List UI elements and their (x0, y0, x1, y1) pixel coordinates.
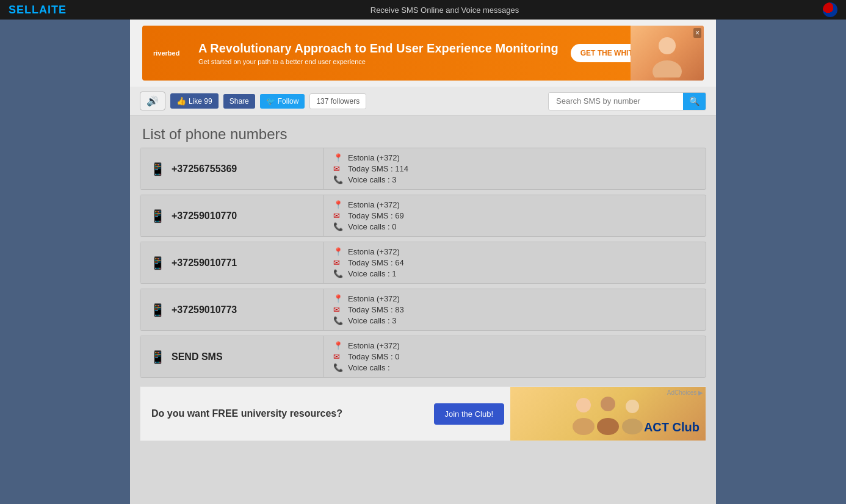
sound-button[interactable]: 🔊 (140, 92, 165, 110)
search-button[interactable]: 🔍 (683, 93, 706, 110)
phone-number-link-3[interactable]: 📱 +37259010771 (140, 242, 324, 283)
phone-icon-4: 📱 (150, 303, 165, 317)
svg-point-0 (659, 37, 676, 54)
sms-row-4: ✉ Today SMS : 83 (333, 305, 696, 314)
facebook-like-button[interactable]: 👍 Like 99 (170, 93, 219, 109)
phone-info-3: 📍 Estonia (+372) ✉ Today SMS : 64 📞 Voic… (324, 242, 706, 283)
send-sms-card: 📱 SEND SMS 📍 Estonia (+372) ✉ Today SMS … (140, 336, 706, 378)
send-sms-link[interactable]: 📱 SEND SMS (140, 336, 324, 377)
logo-accent: A (39, 4, 48, 16)
phone-card-2: 📱 +37259010770 📍 Estonia (+372) ✉ Today … (140, 195, 706, 237)
share-label: Share (230, 97, 249, 106)
send-location-icon: 📍 (333, 341, 343, 350)
act-brand-text: ACT Club (644, 420, 700, 434)
send-voice-count: Voice calls : (348, 363, 390, 372)
sms-row-3: ✉ Today SMS : 64 (333, 258, 696, 267)
sms-count-1: Today SMS : 114 (348, 164, 408, 173)
ad-bottom-brand: ACT Club (644, 420, 700, 434)
phone-icon-3: 📱 (150, 256, 165, 270)
like-thumb-icon: 👍 (176, 96, 186, 106)
ad-bottom-cta-label: Join the Club! (445, 409, 494, 419)
send-voice-icon: 📞 (333, 363, 343, 372)
svg-point-3 (573, 418, 595, 435)
followers-badge: 137 followers (309, 93, 366, 109)
svg-point-1 (653, 60, 682, 77)
country-text-4: Estonia (+372) (348, 294, 400, 303)
phone-icon-1: 📱 (150, 162, 165, 176)
twitter-follow-button[interactable]: 🐦 Follow (260, 94, 305, 109)
phone-number-link-1[interactable]: 📱 +37256755369 (140, 148, 324, 189)
phone-icon-2: 📱 (150, 209, 165, 223)
sms-icon-2: ✉ (333, 211, 343, 220)
page-title: List of phone numbers (142, 126, 704, 143)
sms-row-2: ✉ Today SMS : 69 (333, 211, 696, 220)
country-row-3: 📍 Estonia (+372) (333, 247, 696, 256)
ad-subline: Get started on your path to a better end… (198, 58, 559, 65)
voice-row-3: 📞 Voice calls : 1 (333, 269, 696, 278)
country-row-4: 📍 Estonia (+372) (333, 294, 696, 303)
svg-point-2 (576, 398, 591, 412)
phone-number-text-1: +37256755369 (172, 164, 237, 175)
ad-banner-bottom: AdChoices ▶ Do you want FREE university … (140, 386, 706, 441)
search-icon: 🔍 (689, 96, 700, 106)
ad-headline: A Revolutionary Approach to End User Exp… (198, 41, 559, 56)
topbar-tagline: Receive SMS Online and Voice messages (371, 5, 519, 15)
search-wrap: 🔍 (548, 92, 706, 110)
follow-label: Follow (278, 97, 299, 106)
phone-number-link-2[interactable]: 📱 +37259010770 (140, 195, 324, 236)
search-input[interactable] (549, 93, 683, 109)
send-sms-icon: 📱 (150, 350, 165, 364)
svg-point-7 (622, 419, 643, 434)
card-list: 📱 +37256755369 📍 Estonia (+372) ✉ Today … (130, 148, 716, 378)
voice-icon-1: 📞 (333, 175, 343, 184)
country-row-1: 📍 Estonia (+372) (333, 153, 696, 162)
phone-info-4: 📍 Estonia (+372) ✉ Today SMS : 83 📞 Voic… (324, 289, 706, 330)
logo: SELLAITE (9, 4, 67, 16)
location-icon-3: 📍 (333, 247, 343, 256)
send-country-text: Estonia (+372) (348, 341, 400, 350)
country-text-2: Estonia (+372) (348, 200, 400, 209)
location-icon-4: 📍 (333, 294, 343, 303)
phone-card-1: 📱 +37256755369 📍 Estonia (+372) ✉ Today … (140, 148, 706, 190)
sms-icon-1: ✉ (333, 164, 343, 173)
phone-card-3: 📱 +37259010771 📍 Estonia (+372) ✉ Today … (140, 242, 706, 284)
send-sms-row: ✉ Today SMS : 0 (333, 352, 696, 361)
send-sms-envelope-icon: ✉ (333, 352, 343, 361)
voice-count-4: Voice calls : 3 (348, 316, 397, 325)
location-icon-1: 📍 (333, 153, 343, 162)
sms-icon-4: ✉ (333, 305, 343, 314)
location-icon-2: 📍 (333, 200, 343, 209)
voice-icon-3: 📞 (333, 269, 343, 278)
voice-row-2: 📞 Voice calls : 0 (333, 222, 696, 231)
logo-main: SELL (9, 4, 39, 16)
main-wrap: riverbed A Revolutionary Approach to End… (130, 20, 716, 504)
followers-count: 137 followers (316, 97, 360, 106)
ad-close-button[interactable]: × (693, 28, 701, 38)
svg-point-4 (601, 397, 615, 411)
sms-count-2: Today SMS : 69 (348, 211, 404, 220)
phone-number-link-4[interactable]: 📱 +37259010773 (140, 289, 324, 330)
facebook-share-button[interactable]: Share (223, 94, 255, 109)
svg-point-5 (597, 418, 619, 435)
voice-row-4: 📞 Voice calls : 3 (333, 316, 696, 325)
country-row-2: 📍 Estonia (+372) (333, 200, 696, 209)
ad-bottom-cta-button[interactable]: Join the Club! (434, 403, 505, 425)
voice-icon-2: 📞 (333, 222, 343, 231)
country-text-1: Estonia (+372) (348, 153, 400, 162)
voice-count-1: Voice calls : 3 (348, 175, 397, 184)
sms-count-4: Today SMS : 83 (348, 305, 404, 314)
sms-row-1: ✉ Today SMS : 114 (333, 164, 696, 173)
ad-photo-graphic (643, 29, 692, 77)
toolbar: 🔊 👍 Like 99 Share 🐦 Follow 137 followers… (130, 87, 716, 116)
ad-bottom-content: Do you want FREE university resources? (140, 387, 428, 441)
voice-count-2: Voice calls : 0 (348, 222, 397, 231)
send-sms-info: 📍 Estonia (+372) ✉ Today SMS : 0 📞 Voice… (324, 336, 706, 377)
phone-number-text-2: +37259010770 (172, 211, 237, 221)
twitter-icon: 🐦 (266, 97, 275, 106)
flag-icon (823, 2, 837, 17)
phone-number-text-4: +37259010773 (172, 304, 237, 315)
voice-icon-4: 📞 (333, 316, 343, 325)
phone-number-text-3: +37259010771 (172, 257, 237, 268)
ad-bottom-headline: Do you want FREE university resources? (151, 408, 417, 420)
like-label: Like 99 (189, 97, 212, 106)
